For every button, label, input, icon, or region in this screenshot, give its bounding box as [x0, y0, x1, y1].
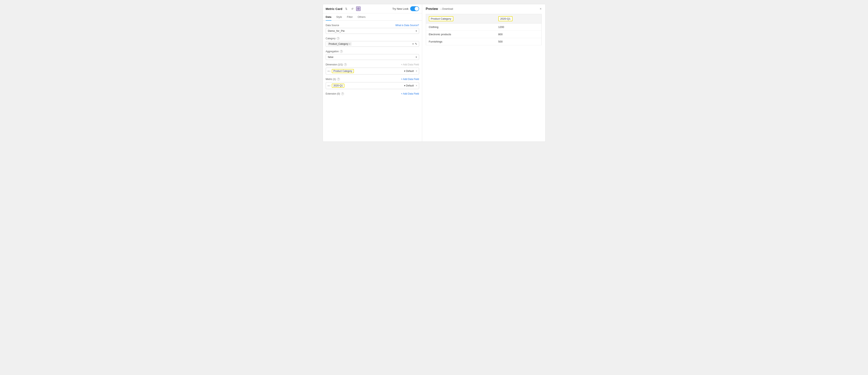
data-source-select[interactable]: Demo_for_Pie ▾ — [326, 28, 419, 34]
extension-add-field-link[interactable]: + Add Data Field — [401, 92, 419, 95]
data-source-label: Data Source — [326, 24, 339, 27]
aggregation-group: Aggregation ? false ▾ — [326, 50, 419, 60]
svg-rect-1 — [359, 7, 360, 8]
category-chevron[interactable]: ▾ — [412, 42, 414, 45]
table-cell: Electronic products — [426, 31, 495, 38]
right-panel: Preview ↓ Download × Product Category 20… — [422, 4, 545, 142]
aggregation-value: false — [328, 56, 334, 59]
metric-field-row: ≡> 2020-Q1 ▾ Default × — [326, 82, 419, 89]
dimension-group: Dimension (1/1) ? + Add Data Field ≡> Pr… — [326, 63, 419, 74]
dimension-default-dropdown[interactable]: ▾ Default — [404, 70, 414, 72]
dimension-field-tag: Product Category — [332, 69, 354, 73]
table-row: Clothing1200 — [426, 24, 541, 31]
what-is-data-source-link[interactable]: What is Data Source? — [395, 24, 419, 27]
close-preview-button[interactable]: × — [540, 7, 541, 11]
table-cell: 800 — [495, 31, 541, 38]
metric-help-icon[interactable]: ? — [337, 78, 340, 81]
table-cell: Clothing — [426, 24, 495, 31]
metric-label: Metric (1) — [326, 78, 336, 81]
table-cell: 500 — [495, 38, 541, 45]
extension-help-icon[interactable]: ? — [341, 92, 344, 95]
preview-table: Product Category 2020-Q1 Clothing1200Ele… — [426, 14, 542, 45]
svg-rect-3 — [359, 9, 360, 10]
tabs: Data Style Filter Others — [323, 13, 422, 21]
aggregation-label: Aggregation — [326, 50, 339, 53]
dimension-label: Dimension (1/1) — [326, 63, 343, 66]
category-group: Category ? Product_Category × ▾ ✎ — [326, 37, 419, 47]
category-tag-value: Product_Category — [329, 42, 348, 45]
left-panel: Metric Card ⇅ ↺ Try New Look Data Style … — [323, 4, 422, 142]
metric-group: Metric (1) ? + Add Data Field ≡> 2020-Q1… — [326, 78, 419, 89]
top-bar: Metric Card ⇅ ↺ Try New Look — [323, 4, 422, 13]
extension-label: Extension (0) — [326, 92, 340, 95]
extension-group: Extension (0) ? + Add Data Field — [326, 92, 419, 95]
svg-rect-2 — [357, 9, 358, 10]
tab-style[interactable]: Style — [336, 13, 342, 21]
table-header-2020-q1: 2020-Q1 — [495, 14, 541, 24]
data-source-chevron: ▾ — [416, 30, 417, 32]
try-new-look-label: Try New Look — [392, 7, 409, 10]
refresh-icon[interactable]: ↺ — [350, 6, 354, 11]
category-label: Category — [326, 37, 336, 40]
data-source-value: Demo_for_Pie — [328, 29, 345, 32]
table-header-product-category: Product Category — [426, 14, 495, 24]
aggregation-help-icon[interactable]: ? — [340, 50, 343, 53]
dimension-field-row: ≡> Product Category ▾ Default × — [326, 68, 419, 74]
header-2020-q1-highlight: 2020-Q1 — [498, 16, 513, 21]
preview-table-body: Clothing1200Electronic products800Furnis… — [426, 24, 541, 45]
metric-default-dropdown[interactable]: ▾ Default — [404, 84, 414, 87]
download-label: ↓ Download — [440, 7, 453, 10]
header-product-category-highlight: Product Category — [429, 16, 453, 21]
panel-content: Data Source What is Data Source? Demo_fo… — [323, 21, 422, 102]
layout-icon[interactable] — [356, 6, 361, 11]
metric-close-button[interactable]: × — [416, 84, 417, 87]
dimension-help-icon[interactable]: ? — [344, 63, 347, 66]
metric-add-field-link[interactable]: + Add Data Field — [401, 78, 419, 81]
category-tag: Product_Category × — [328, 42, 352, 46]
dimension-default-label: ▾ Default — [404, 70, 414, 72]
category-edit-icon[interactable]: ✎ — [415, 42, 417, 45]
try-new-look-toggle[interactable] — [410, 6, 419, 11]
tab-others[interactable]: Others — [358, 13, 366, 21]
aggregation-chevron: ▾ — [416, 56, 417, 59]
table-cell: 1200 — [495, 24, 541, 31]
dimension-add-field-link[interactable]: + Add Data Field — [401, 63, 419, 66]
metric-field-tag: 2020-Q1 — [332, 84, 345, 88]
metric-default-label: ▾ Default — [404, 84, 414, 87]
dimension-drag-handle[interactable]: ≡> — [328, 70, 331, 73]
table-row: Furnishings500 — [426, 38, 541, 45]
category-tag-remove[interactable]: × — [349, 43, 350, 45]
try-new-look: Try New Look — [392, 6, 419, 11]
data-source-group: Data Source What is Data Source? Demo_fo… — [326, 24, 419, 34]
aggregation-select[interactable]: false ▾ — [326, 54, 419, 60]
svg-rect-0 — [357, 7, 358, 8]
page-title: Metric Card — [326, 7, 343, 10]
tab-data[interactable]: Data — [326, 13, 332, 21]
dimension-close-button[interactable]: × — [416, 70, 417, 72]
category-input[interactable]: Product_Category × ▾ ✎ — [326, 41, 419, 47]
preview-title: Preview — [426, 7, 438, 11]
metric-drag-handle[interactable]: ≡> — [328, 84, 331, 87]
preview-header: Preview ↓ Download × — [426, 7, 542, 11]
tab-filter[interactable]: Filter — [347, 13, 353, 21]
sort-icon[interactable]: ⇅ — [344, 6, 348, 11]
table-cell: Furnishings — [426, 38, 495, 45]
table-header-row: Product Category 2020-Q1 — [426, 14, 541, 24]
download-button[interactable]: ↓ Download — [440, 7, 453, 10]
table-row: Electronic products800 — [426, 31, 541, 38]
category-help-icon[interactable]: ? — [337, 37, 340, 40]
